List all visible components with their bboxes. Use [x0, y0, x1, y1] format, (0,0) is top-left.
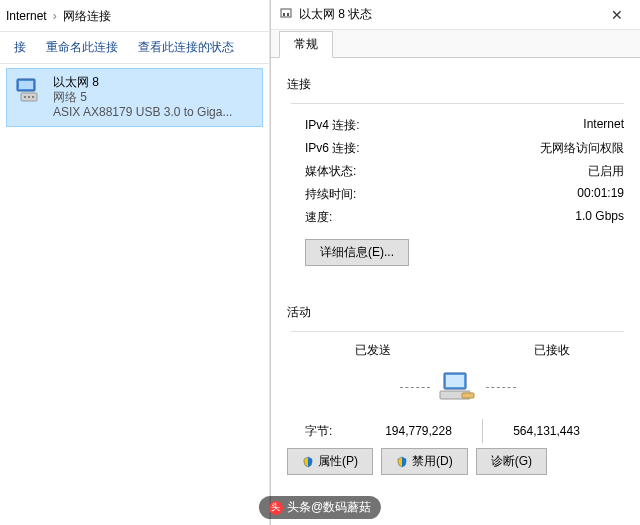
connection-name: 以太网 8: [53, 75, 256, 90]
svg-rect-12: [462, 393, 474, 398]
shield-icon: [302, 456, 314, 468]
network-connections-panel: Internet › 网络连接 接 重命名此连接 查看此连接的状态 以太网 8 …: [0, 0, 270, 525]
breadcrumb-separator: ›: [53, 0, 57, 32]
connection-network: 网络 5: [53, 90, 256, 105]
toolbar-status[interactable]: 查看此连接的状态: [128, 39, 244, 56]
sent-label: 已发送: [305, 342, 463, 359]
ipv6-label: IPv6 连接:: [305, 140, 360, 157]
duration-label: 持续时间:: [305, 186, 356, 203]
svg-rect-7: [283, 13, 285, 16]
ethernet-icon: [279, 6, 293, 23]
row-ipv6: IPv6 连接: 无网络访问权限: [291, 137, 624, 160]
details-button[interactable]: 详细信息(E)...: [305, 239, 409, 266]
tab-general[interactable]: 常规: [279, 31, 333, 58]
dialog-title: 以太网 8 状态: [299, 6, 602, 23]
watermark-text: 头条@数码蘑菇: [287, 499, 371, 516]
connection-item-selected[interactable]: 以太网 8 网络 5 ASIX AX88179 USB 3.0 to Giga.…: [6, 68, 263, 127]
row-duration: 持续时间: 00:01:19: [291, 183, 624, 206]
button-row: 属性(P) 禁用(D) 诊断(G): [271, 434, 563, 489]
row-media: 媒体状态: 已启用: [291, 160, 624, 183]
svg-point-5: [32, 96, 34, 98]
toolbar: 接 重命名此连接 查看此连接的状态: [0, 32, 269, 64]
disable-button[interactable]: 禁用(D): [381, 448, 468, 475]
breadcrumb-item[interactable]: Internet: [6, 0, 47, 32]
toolbar-rename[interactable]: 重命名此连接: [36, 39, 128, 56]
breadcrumb: Internet › 网络连接: [0, 0, 269, 32]
sent-line: [400, 387, 430, 388]
svg-rect-8: [287, 13, 289, 16]
close-button[interactable]: ✕: [602, 7, 632, 23]
activity-section: 活动 已发送 已接收 字节: 194,779,228 56: [291, 304, 624, 443]
connection-adapter: ASIX AX88179 USB 3.0 to Giga...: [53, 105, 256, 120]
tab-strip: 常规: [271, 30, 640, 58]
svg-point-4: [28, 96, 30, 98]
connection-text: 以太网 8 网络 5 ASIX AX88179 USB 3.0 to Giga.…: [53, 75, 256, 120]
activity-graphic: [291, 365, 624, 413]
recv-line: [486, 387, 516, 388]
computer-icon: [438, 371, 478, 403]
duration-value: 00:01:19: [577, 186, 624, 203]
ipv4-value: Internet: [583, 117, 624, 134]
speed-label: 速度:: [305, 209, 332, 226]
disable-label: 禁用(D): [412, 453, 453, 470]
titlebar: 以太网 8 状态 ✕: [271, 0, 640, 30]
svg-rect-10: [446, 375, 464, 387]
svg-point-3: [24, 96, 26, 98]
network-adapter-icon: [13, 75, 45, 107]
section-connection: 连接: [287, 76, 624, 93]
properties-button[interactable]: 属性(P): [287, 448, 373, 475]
media-value: 已启用: [588, 163, 624, 180]
activity-labels: 已发送 已接收: [291, 342, 624, 359]
watermark: 头 头条@数码蘑菇: [259, 496, 381, 519]
dialog-content: 连接 IPv4 连接: Internet IPv6 连接: 无网络访问权限 媒体…: [271, 58, 640, 443]
status-dialog: 以太网 8 状态 ✕ 常规 连接 IPv4 连接: Internet IPv6 …: [270, 0, 640, 525]
ipv6-value: 无网络访问权限: [540, 140, 624, 157]
diagnose-button[interactable]: 诊断(G): [476, 448, 547, 475]
ipv4-label: IPv4 连接:: [305, 117, 360, 134]
shield-icon: [396, 456, 408, 468]
watermark-icon: 头: [269, 501, 283, 515]
section-activity: 活动: [287, 304, 624, 321]
speed-value: 1.0 Gbps: [575, 209, 624, 226]
properties-label: 属性(P): [318, 453, 358, 470]
recv-label: 已接收: [463, 342, 611, 359]
svg-rect-1: [19, 81, 33, 89]
toolbar-connect[interactable]: 接: [4, 39, 36, 56]
svg-rect-6: [281, 9, 291, 17]
divider: [291, 331, 624, 332]
breadcrumb-item[interactable]: 网络连接: [63, 0, 111, 32]
row-speed: 速度: 1.0 Gbps: [291, 206, 624, 229]
row-ipv4: IPv4 连接: Internet: [291, 114, 624, 137]
divider: [291, 103, 624, 104]
media-label: 媒体状态:: [305, 163, 356, 180]
